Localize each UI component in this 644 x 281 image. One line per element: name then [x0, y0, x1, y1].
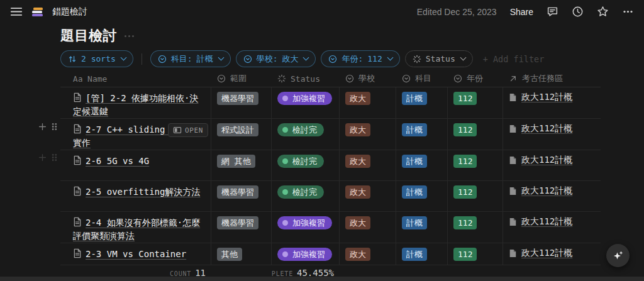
- status-cell[interactable]: 檢討完: [272, 181, 340, 211]
- status-dot-icon: [282, 158, 288, 164]
- scope-cell[interactable]: 網 其他: [211, 150, 272, 180]
- status-cell[interactable]: 檢討完: [272, 119, 340, 150]
- relation-link[interactable]: 政大112計概: [509, 185, 572, 197]
- filter-year[interactable]: 年份: 112: [321, 50, 399, 67]
- year-cell[interactable]: 112: [448, 150, 503, 180]
- subject-cell[interactable]: 計概: [396, 87, 448, 118]
- drag-handle-icon[interactable]: [50, 122, 58, 131]
- scope-cell[interactable]: 機器學習: [211, 87, 272, 118]
- year-cell[interactable]: 112: [448, 119, 503, 150]
- school-cell[interactable]: 政大: [340, 87, 396, 118]
- status-label: 加強複習: [292, 248, 325, 260]
- status-cell[interactable]: 加強複習: [272, 212, 340, 243]
- chevron-down-icon: [387, 55, 393, 61]
- school-cell[interactable]: 政大: [340, 243, 396, 265]
- status-label: 檢討完: [292, 155, 317, 167]
- add-filter-button[interactable]: + Add filter: [483, 54, 545, 64]
- column-header-status[interactable]: Status: [272, 74, 340, 84]
- year-cell[interactable]: 112: [448, 212, 503, 243]
- school-tag: 政大: [345, 216, 370, 229]
- filter-label: 學校:: [257, 53, 278, 65]
- subject-cell[interactable]: 計概: [396, 119, 448, 150]
- status-pill: 加強複習: [277, 248, 332, 261]
- page-title-link[interactable]: [管] 2-2 依據功能相依·決定候選鍵: [73, 93, 198, 116]
- filter-status[interactable]: Status: [405, 50, 473, 67]
- year-cell[interactable]: 112: [448, 243, 503, 265]
- task-cell[interactable]: 政大112計概: [503, 87, 601, 118]
- page-title-link[interactable]: 2-4 如果沒有外部標籤·怎麼評價聚類演算法: [73, 218, 200, 241]
- ai-assistant-button[interactable]: [606, 244, 630, 267]
- status-dot-icon: [282, 220, 288, 226]
- sort-arrows-icon: [68, 55, 77, 63]
- horizontal-scrollbar[interactable]: [0, 277, 644, 281]
- column-header-school[interactable]: 學校: [340, 73, 396, 84]
- filter-school[interactable]: 學校: 政大: [236, 50, 316, 67]
- year-cell[interactable]: 112: [448, 181, 503, 211]
- task-cell[interactable]: 政大112計概: [503, 181, 601, 211]
- status-cell[interactable]: 加強複習: [272, 243, 340, 265]
- relation-link[interactable]: 政大112計概: [509, 216, 572, 228]
- school-cell[interactable]: 政大: [340, 119, 396, 150]
- page-title-link[interactable]: 2-5 overfitting解決方法: [86, 187, 200, 197]
- history-clock-icon[interactable]: [572, 6, 584, 18]
- name-cell[interactable]: 2-6 5G vs 4G: [60, 150, 211, 180]
- column-header-task[interactable]: 考古任務區: [503, 73, 601, 84]
- task-cell[interactable]: 政大112計概: [503, 212, 601, 243]
- side-peek-icon: [173, 126, 182, 134]
- filter-subject[interactable]: 科目: 計概: [150, 50, 231, 67]
- name-cell[interactable]: 2-3 VM vs Container: [60, 243, 211, 265]
- subject-cell[interactable]: 計概: [396, 150, 448, 180]
- relation-link[interactable]: 政大112計概: [509, 92, 572, 103]
- school-cell[interactable]: 政大: [340, 212, 396, 243]
- open-button[interactable]: OPEN: [168, 123, 208, 137]
- page-emoji-icon[interactable]: [32, 8, 43, 16]
- scope-cell[interactable]: 其他: [211, 243, 272, 265]
- column-header-scope[interactable]: 範圍: [211, 73, 272, 84]
- subject-cell[interactable]: 計概: [396, 243, 448, 265]
- column-header-year[interactable]: 年份: [448, 73, 503, 84]
- select-icon: [328, 55, 337, 63]
- favorite-star-icon[interactable]: [597, 6, 609, 18]
- relation-link[interactable]: 政大112計概: [509, 248, 572, 259]
- scope-tag: 機器學習: [217, 185, 258, 199]
- chevron-down-icon: [120, 55, 126, 61]
- school-cell[interactable]: 政大: [340, 181, 396, 211]
- sidebar-menu-icon[interactable]: [10, 6, 23, 17]
- scope-cell[interactable]: 機器學習: [211, 181, 272, 211]
- scope-cell[interactable]: 機器學習: [211, 212, 272, 243]
- name-cell[interactable]: 2-5 overfitting解決方法: [60, 181, 211, 211]
- year-cell[interactable]: 112: [448, 87, 503, 118]
- comments-icon[interactable]: [547, 6, 558, 18]
- subject-cell[interactable]: 計概: [396, 181, 448, 211]
- add-row-plus-icon[interactable]: [38, 153, 47, 162]
- notion-window: 錯題檢討 Edited Dec 25, 2023 Share 題目檢討 2 so…: [0, 0, 644, 281]
- school-tag: 政大: [345, 155, 370, 168]
- status-cell[interactable]: 加強複習: [272, 87, 340, 118]
- sorts-button[interactable]: 2 sorts: [60, 50, 133, 67]
- more-options-icon[interactable]: [622, 6, 634, 18]
- add-row-plus-icon[interactable]: [38, 122, 47, 131]
- view-options-icon[interactable]: [125, 35, 134, 37]
- name-cell[interactable]: [管] 2-2 依據功能相依·決定候選鍵: [60, 87, 211, 118]
- page-title-link[interactable]: 2-3 VM vs Container: [86, 249, 186, 259]
- share-button[interactable]: Share: [510, 7, 533, 17]
- toolbar-divider: [142, 53, 142, 65]
- scope-cell[interactable]: 程式設計: [211, 119, 272, 150]
- name-cell[interactable]: 2-4 如果沒有外部標籤·怎麼評價聚類演算法: [60, 212, 211, 243]
- breadcrumb-page-title[interactable]: 錯題檢討: [52, 6, 87, 18]
- task-cell[interactable]: 政大112計概: [503, 243, 601, 265]
- column-header-name[interactable]: AaName: [60, 74, 211, 84]
- page-title-link[interactable]: 2-6 5G vs 4G: [86, 156, 149, 166]
- school-cell[interactable]: 政大: [340, 150, 396, 180]
- name-cell[interactable]: 2-7 C++ sliding window實作 OPEN: [60, 119, 211, 150]
- task-cell[interactable]: 政大112計概: [503, 119, 601, 150]
- subject-cell[interactable]: 計概: [396, 212, 448, 243]
- task-cell[interactable]: 政大112計概: [503, 150, 601, 180]
- drag-handle-icon[interactable]: [50, 153, 58, 162]
- relation-link[interactable]: 政大112計概: [509, 155, 572, 166]
- relation-link[interactable]: 政大112計概: [509, 123, 572, 135]
- relation-page-title: 政大112計概: [521, 248, 572, 259]
- last-edited-label: Edited Dec 25, 2023: [417, 7, 497, 17]
- status-cell[interactable]: 檢討完: [272, 150, 340, 180]
- column-header-subject[interactable]: 科目: [396, 73, 448, 84]
